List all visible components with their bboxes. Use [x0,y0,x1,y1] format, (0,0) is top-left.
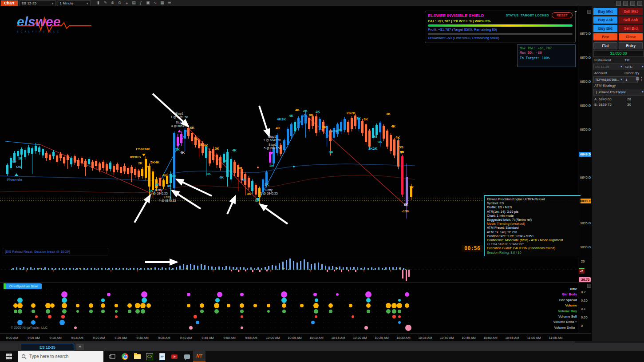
chart-tab-bar: ES 12-25 + [0,343,644,351]
time-label: 11:05 AM [549,336,562,340]
engine-line: ATR(1m, 14): 3.65 pts [487,210,581,214]
qty-spinner[interactable]: ▲▼ [640,76,643,81]
task-view-button[interactable] [106,351,119,362]
time-label: 10:35 AM [418,336,432,340]
nvidia-app-icon[interactable] [143,351,156,362]
engine-line: Confidence: Moderate (65%) - ATR / Mode … [487,238,581,242]
session-reset-note: [EIS Reload Reset: Session break @ 10:29… [3,248,108,255]
account-label: Account [594,71,607,75]
engine-line: Symbol: ES [487,201,581,205]
reset-button[interactable]: RESET [552,12,573,18]
entry-button[interactable]: Entry [619,42,643,49]
buy-ask-button[interactable]: Buy Ask [593,16,617,24]
qty-grid-icon[interactable]: ▦ [636,76,640,81]
close-button[interactable]: Close [619,33,643,40]
chevron-down-icon: ▼ [620,77,623,83]
buy-mkt-button[interactable]: Buy Mkt [593,8,617,15]
sell-mkt-button[interactable]: Sell Mkt [619,8,643,15]
tab-es-12-25[interactable]: ES 12-25 [21,344,74,351]
chevron-down-icon: ▼ [620,64,623,70]
qty-value: 1 [625,77,627,83]
time-axis[interactable]: 9:00 AM9:05 AM9:10 AM9:15 AM9:20 AM9:25 … [0,333,591,342]
time-label: 9:05 AM [28,336,40,340]
time-label: 9:00 AM [6,336,18,340]
start-button[interactable] [0,351,18,362]
chart-scrollbar-thumb[interactable] [0,342,575,342]
bid-size: 30 [627,103,631,107]
tif-dropdown[interactable]: GTC▼ [624,64,644,70]
time-label: 10:40 AM [440,336,454,340]
panel-instrument-dropdown[interactable]: ES 12-25▼ [593,64,624,70]
order-qty-label: Order qty [624,71,639,75]
time-label: 9:15 AM [71,336,83,340]
account-dropdown[interactable]: TDFVA1507305...▼ [593,76,624,83]
windows-taskbar: Type here to search NT 9:30 AM12/2/2025 [0,351,644,362]
time-label: 10:45 AM [462,336,476,340]
engine-line: ATM: SL 14t | TP 28t [487,230,581,234]
time-label: 11:00 AM [527,336,541,340]
chrome-icon[interactable] [119,351,131,362]
atm-strategy-dropdown[interactable]: ❙ elswee ES Engine▼ [593,89,644,95]
time-label: 10:25 AM [375,336,389,340]
atm-strategy-value: elswee ES Engine [599,90,626,94]
shield-drawdown-line: Drawdown: -$0 (Limit $500, Remaining $50… [425,35,575,40]
max-pnl-box: Max P&L: +$1,787 Max DD: -$0 To Target: … [517,44,576,67]
time-label: 9:40 AM [180,336,192,340]
shield-status: STATUS: TARGET LOCKED [506,13,549,17]
search-icon [21,354,27,359]
buy-bid-button[interactable]: Buy Bid [593,25,617,32]
panel-instrument-value: ES 12-25 [595,64,609,70]
engine-line: Execution Guard: CAUTION (Conditions mix… [487,246,581,250]
file-explorer-icon[interactable] [131,351,143,362]
shield-profit-line: Profit: +$1,787 (Target $500, Remaining … [425,27,575,32]
engine-line: Mode: Trending (breakout) [487,222,581,226]
time-label: 10:10 AM [309,336,324,340]
ninjatrader-window: Chart ES 12-25▾ 1 Minute▾ ▮✎⊕⊖＋▤ƒ▣∿▦☰ 68… [0,0,644,362]
max-pnl-value: Max P&L: +$1,787 [520,46,573,51]
time-label: 10:05 AM [288,336,302,340]
engine-line: Elswee Precision Engine ULTRA Reload [487,197,581,201]
time-label: 9:35 AM [158,336,170,340]
bid-price-row: B: 6839.75 [594,103,612,107]
time-label: 9:55 AM [245,336,257,340]
omnispektrum-label: OmniSpektrum Scan [6,283,42,289]
chat-app-icon[interactable] [181,351,193,362]
add-tab-button[interactable]: + [76,344,84,350]
engine-line: Session Rating: 8.0 / 10 [487,251,581,255]
sell-bid-button[interactable]: Sell Bid [619,25,643,32]
windows-logo-icon [6,354,12,359]
omnispektrum-button[interactable]: OmniSpektrum Scan [4,283,42,289]
atm-strategy-label: ATM Strategy [594,84,616,88]
time-label: 9:45 AM [201,336,214,340]
time-label: 10:30 AM [396,336,411,340]
ninjatrader-taskbar-icon[interactable]: NT [193,350,205,362]
notepad-app-icon[interactable] [156,351,168,362]
sell-ask-button[interactable]: Sell Ask [619,16,643,24]
time-label: 9:10 AM [49,336,62,340]
copyright-text: © 2025 NinjaTrader, LLC [11,326,47,330]
account-value: TDFVA1507305... [595,77,619,83]
engine-line: Suggested brick: 7t (Renko ref) [487,218,581,222]
tif-value: GTC [625,64,632,70]
media-app-icon[interactable] [168,351,181,362]
engine-line: ULTRA Status: STANDBY [487,242,581,246]
time-label: 10:55 AM [505,336,519,340]
shield-pnl-line: P&L: +$1,787 | T:0 W:0 L:0 | Win%:0% [425,18,575,23]
chevron-down-icon: ▼ [641,89,644,95]
order-entry-panel: Buy MktSell Mkt Buy AskSell Ask Buy BidS… [591,6,644,342]
search-placeholder: Type here to search [29,354,68,359]
to-target-value: To Target: 100% [520,56,573,60]
flat-button[interactable]: Flat [593,42,617,49]
reverse-button[interactable]: Rev [593,33,617,40]
engine-line: ATM Preset: Standard [487,226,581,230]
taskbar-search[interactable]: Type here to search [18,351,103,362]
time-label: 9:50 AM [223,336,236,340]
instrument-label: Instrument [594,58,611,62]
chevron-down-icon: ▼ [641,64,644,70]
engine-line: Profile: ES / MES [487,205,581,209]
tif-label: TIF [624,58,630,62]
time-label: 10:15 AM [331,336,345,340]
max-dd-value: Max DD: -$0 [520,51,573,55]
shield-title: ELSWEE INVISIBLE SHIELD [428,13,484,18]
ask-size: 28 [627,97,631,101]
